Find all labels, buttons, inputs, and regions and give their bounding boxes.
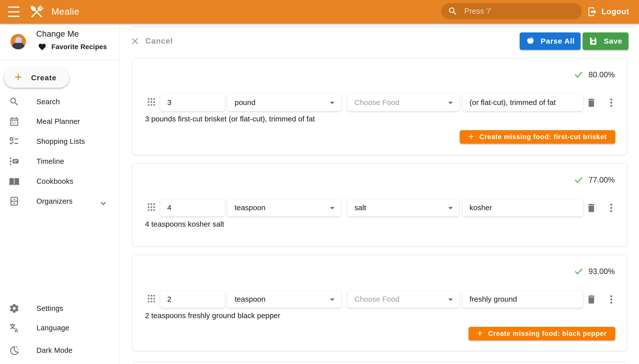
quantity-input[interactable]: 3 bbox=[160, 94, 225, 111]
note-input[interactable]: kosher bbox=[462, 199, 583, 216]
main-content: Cancel Parse All Save 80.00% 3 pound bbox=[120, 24, 639, 364]
delete-ingredient-button[interactable] bbox=[585, 202, 598, 214]
save-button[interactable]: Save bbox=[583, 32, 628, 50]
kebab-icon bbox=[606, 97, 617, 108]
ingredient-original-text: 4 teaspoons kosher salt bbox=[145, 220, 224, 228]
confidence-badge: 77.00% bbox=[574, 174, 615, 186]
chevron-down-icon bbox=[330, 298, 334, 301]
quantity-input[interactable]: 2 bbox=[160, 290, 225, 308]
avatar[interactable] bbox=[11, 34, 26, 49]
sidebar-item-organizers[interactable]: Organizers bbox=[0, 191, 120, 211]
heart-icon bbox=[38, 43, 46, 51]
drag-handle[interactable] bbox=[147, 97, 155, 106]
ingredient-menu-button[interactable] bbox=[605, 202, 618, 214]
trash-icon bbox=[586, 202, 597, 214]
save-icon bbox=[589, 36, 598, 46]
chevron-down-icon bbox=[448, 298, 453, 301]
logout-icon bbox=[587, 6, 597, 17]
open-book-icon bbox=[9, 176, 20, 186]
sidebar-item-cookbooks[interactable]: Cookbooks bbox=[0, 171, 120, 191]
ingredient-card bbox=[132, 362, 627, 364]
food-select[interactable]: Choose Food bbox=[347, 94, 460, 111]
sidebar-divider bbox=[0, 60, 120, 60]
delete-ingredient-button[interactable] bbox=[585, 293, 598, 306]
menu-button[interactable] bbox=[8, 6, 20, 17]
moon-icon bbox=[9, 345, 20, 356]
create-button[interactable]: + Create bbox=[4, 68, 69, 88]
check-icon bbox=[574, 266, 584, 276]
sidebar-item-label: Meal Planner bbox=[37, 118, 80, 126]
ingredient-menu-button[interactable] bbox=[605, 293, 618, 306]
favorite-recipes-label: Favorite Recipes bbox=[51, 43, 107, 51]
create-missing-food-button[interactable]: + Create missing food: black pepper bbox=[469, 327, 615, 340]
sidebar-item-meal-planner[interactable]: Meal Planner bbox=[0, 112, 120, 132]
gear-icon bbox=[9, 303, 20, 314]
unit-select[interactable]: teaspoon bbox=[228, 199, 341, 216]
food-select[interactable]: salt bbox=[347, 199, 460, 216]
sidebar-item-search[interactable]: Search bbox=[0, 92, 120, 112]
close-icon bbox=[131, 38, 139, 45]
search-placeholder: Press '/' bbox=[464, 7, 491, 16]
save-label: Save bbox=[604, 37, 622, 46]
sidebar: Change Me Favorite Recipes + Create Sear… bbox=[0, 24, 120, 364]
search-input[interactable]: Press '/' bbox=[441, 3, 582, 19]
food-select[interactable]: Choose Food bbox=[347, 290, 460, 308]
delete-ingredient-button[interactable] bbox=[585, 96, 598, 109]
sidebar-item-label: Shopping Lists bbox=[37, 137, 85, 146]
unit-select[interactable]: pound bbox=[228, 94, 341, 111]
apple-icon bbox=[526, 36, 535, 46]
parse-all-button[interactable]: Parse All bbox=[520, 32, 581, 50]
ingredient-menu-button[interactable] bbox=[605, 96, 618, 109]
favorite-recipes-link[interactable]: Favorite Recipes bbox=[38, 43, 107, 51]
chevron-down-icon bbox=[448, 102, 453, 104]
create-button-label: Create bbox=[31, 74, 56, 82]
quantity-input[interactable]: 4 bbox=[160, 199, 225, 216]
chevron-down-icon[interactable] bbox=[98, 198, 109, 209]
logout-label: Logout bbox=[601, 7, 629, 16]
confidence-badge: 80.00% bbox=[574, 69, 615, 80]
sidebar-item-label: Language bbox=[37, 324, 69, 332]
trash-icon bbox=[586, 97, 597, 108]
confidence-value: 80.00% bbox=[589, 70, 615, 79]
calendar-icon bbox=[9, 116, 20, 127]
checklist-icon bbox=[9, 136, 20, 146]
cancel-button[interactable]: Cancel bbox=[131, 36, 173, 46]
sidebar-item-settings[interactable]: Settings bbox=[0, 298, 120, 318]
app-bar: Mealie Press '/' Logout bbox=[0, 0, 639, 24]
sidebar-item-timeline[interactable]: Timeline bbox=[0, 151, 120, 171]
sidebar-item-label: Settings bbox=[37, 304, 63, 313]
user-name: Change Me bbox=[36, 29, 79, 39]
chevron-down-icon bbox=[330, 207, 334, 210]
chevron-down-icon bbox=[448, 207, 453, 210]
sidebar-item-label: Organizers bbox=[37, 197, 73, 206]
translate-icon: A bbox=[9, 322, 20, 333]
drag-handle[interactable] bbox=[147, 202, 155, 211]
plus-icon: + bbox=[468, 132, 474, 141]
plus-icon: + bbox=[477, 328, 483, 338]
unit-select[interactable]: teaspoon bbox=[228, 290, 341, 308]
sidebar-item-label: Dark Mode bbox=[37, 346, 73, 354]
ingredient-card: 93.00% 2 teaspoon Choose Food freshly gr… bbox=[132, 255, 627, 351]
check-icon bbox=[574, 175, 584, 185]
ingredient-original-text: 2 teaspoons freshly ground black pepper bbox=[145, 312, 280, 320]
ingredient-original-text: 3 pounds first-cut brisket (or flat-cut)… bbox=[145, 115, 315, 123]
kebab-icon bbox=[606, 202, 617, 214]
ingredient-card: 80.00% 3 pound Choose Food (or flat-cut)… bbox=[132, 58, 627, 155]
sidebar-item-language[interactable]: A Language bbox=[0, 318, 120, 338]
note-input[interactable]: freshly ground bbox=[462, 290, 583, 308]
hamburger-icon bbox=[8, 6, 20, 8]
cancel-label: Cancel bbox=[145, 37, 173, 46]
create-missing-food-button[interactable]: + Create missing food: first-cut brisket bbox=[460, 130, 615, 144]
search-icon bbox=[448, 6, 458, 16]
drag-handle[interactable] bbox=[147, 294, 155, 302]
plus-icon: + bbox=[15, 70, 22, 84]
chevron-down-icon bbox=[330, 102, 334, 104]
sidebar-item-dark-mode[interactable]: Dark Mode bbox=[0, 340, 120, 360]
trash-icon bbox=[586, 294, 597, 305]
logout-button[interactable]: Logout bbox=[587, 6, 629, 18]
sidebar-item-shopping-lists[interactable]: Shopping Lists bbox=[0, 132, 120, 151]
note-input[interactable]: (or flat-cut), trimmed of fat bbox=[462, 94, 583, 111]
parse-all-label: Parse All bbox=[541, 37, 575, 46]
svg-text:A: A bbox=[14, 327, 18, 333]
silverware-logo-icon bbox=[28, 3, 46, 21]
